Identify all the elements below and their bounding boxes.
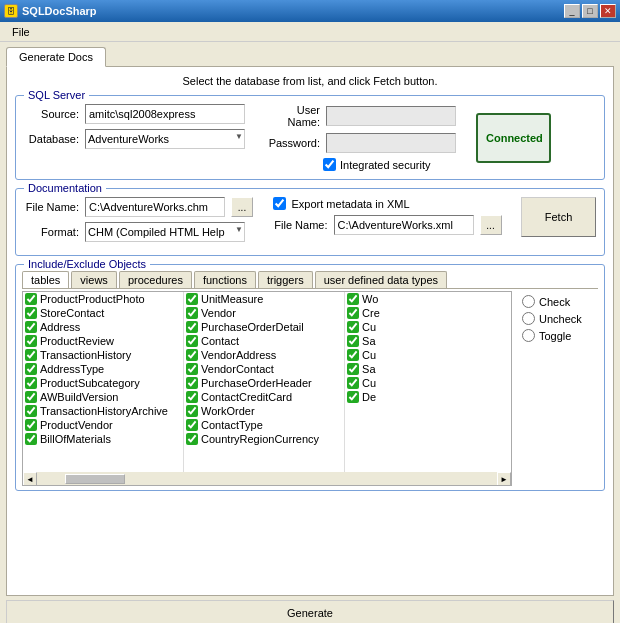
close-button[interactable]: ✕ <box>600 4 616 18</box>
source-input[interactable] <box>85 104 245 124</box>
col3: Wo Cre Cu Sa Cu Sa Cu De <box>345 292 506 472</box>
list-item: PurchaseOrderDetail <box>184 320 344 334</box>
list-item: ContactCreditCard <box>184 390 344 404</box>
window-title: SQLDocSharp <box>22 5 97 17</box>
title-bar: 🗄 SQLDocSharp _ □ ✕ <box>0 0 620 22</box>
list-item: Vendor <box>184 306 344 320</box>
sql-server-section: SQL Server Source: Database: AdventureWo… <box>15 95 605 180</box>
list-item: Cu <box>345 376 506 390</box>
radio-uncheck: Uncheck <box>522 312 594 325</box>
list-item: ProductProductPhoto <box>23 292 183 306</box>
generate-button[interactable]: Generate <box>6 600 614 623</box>
list-item: Cu <box>345 348 506 362</box>
doc-filename-input[interactable] <box>85 197 225 217</box>
col1: ProductProductPhoto StoreContact Address… <box>23 292 184 472</box>
doc-browse-button[interactable]: ... <box>231 197 253 217</box>
maximize-button[interactable]: □ <box>582 4 598 18</box>
radio-uncheck-label: Uncheck <box>539 313 582 325</box>
list-item: PurchaseOrderHeader <box>184 376 344 390</box>
list-item: CountryRegionCurrency <box>184 432 344 446</box>
list-item: Cre <box>345 306 506 320</box>
list-item: Wo <box>345 292 506 306</box>
list-item: TransactionHistory <box>23 348 183 362</box>
list-item: TransactionHistoryArchive <box>23 404 183 418</box>
tab-triggers[interactable]: triggers <box>258 271 313 288</box>
horizontal-scrollbar[interactable]: ◄ ► <box>23 472 511 486</box>
integrated-security-label: Integrated security <box>340 159 431 171</box>
format-select[interactable]: CHM (Compiled HTML Help <box>85 222 245 242</box>
xml-filename-input[interactable] <box>334 215 474 235</box>
list-item: ContactType <box>184 418 344 432</box>
documentation-label: Documentation <box>24 182 106 194</box>
list-item: ProductSubcategory <box>23 376 183 390</box>
tab-bar: Generate Docs <box>0 42 620 66</box>
database-label: Database: <box>24 133 79 145</box>
list-item: Address <box>23 320 183 334</box>
window-controls: _ □ ✕ <box>564 4 616 18</box>
tab-procedures[interactable]: procedures <box>119 271 192 288</box>
menu-file[interactable]: File <box>4 24 38 40</box>
radio-toggle: Toggle <box>522 329 594 342</box>
scroll-left-arrow[interactable]: ◄ <box>23 472 37 486</box>
col2: UnitMeasure Vendor PurchaseOrderDetail C… <box>184 292 345 472</box>
radio-check: Check <box>522 295 594 308</box>
scroll-thumb[interactable] <box>65 474 125 484</box>
list-item: De <box>345 390 506 404</box>
minimize-button[interactable]: _ <box>564 4 580 18</box>
list-item: StoreContact <box>23 306 183 320</box>
password-input[interactable] <box>326 133 456 153</box>
inner-tab-bar: tables views procedures functions trigge… <box>22 271 598 289</box>
username-label: User Name: <box>265 104 320 128</box>
objects-list: ProductProductPhoto StoreContact Address… <box>22 291 512 486</box>
include-exclude-label: Include/Exclude Objects <box>24 258 150 270</box>
xml-filename-label: File Name: <box>273 219 328 231</box>
list-item: UnitMeasure <box>184 292 344 306</box>
main-panel: Select the database from list, and click… <box>6 66 614 596</box>
list-item: ProductReview <box>23 334 183 348</box>
connected-button[interactable]: Connected <box>476 113 551 163</box>
list-item: BillOfMaterials <box>23 432 183 446</box>
instruction-text: Select the database from list, and click… <box>15 75 605 87</box>
radio-toggle-label: Toggle <box>539 330 571 342</box>
app-icon: 🗄 <box>4 4 18 18</box>
export-xml-label: Export metadata in XML <box>292 198 410 210</box>
list-item: AWBuildVersion <box>23 390 183 404</box>
list-item: Sa <box>345 334 506 348</box>
list-item: Contact <box>184 334 344 348</box>
tab-functions[interactable]: functions <box>194 271 256 288</box>
objects-columns: ProductProductPhoto StoreContact Address… <box>23 292 511 472</box>
tab-views[interactable]: views <box>71 271 117 288</box>
include-exclude-section: Include/Exclude Objects tables views pro… <box>15 264 605 491</box>
radio-check-label: Check <box>539 296 570 308</box>
list-item: ProductVendor <box>23 418 183 432</box>
documentation-section: Documentation File Name: ... Format: CHM… <box>15 188 605 256</box>
doc-filename-label: File Name: <box>24 201 79 213</box>
list-item: VendorAddress <box>184 348 344 362</box>
tab-user-defined[interactable]: user defined data types <box>315 271 447 288</box>
xml-browse-button[interactable]: ... <box>480 215 502 235</box>
list-item: WorkOrder <box>184 404 344 418</box>
scroll-right-arrow[interactable]: ► <box>497 472 511 486</box>
radio-group: Check Uncheck Toggle <box>518 291 598 486</box>
menu-bar: File <box>0 22 620 42</box>
password-label: Password: <box>265 137 320 149</box>
fetch-button[interactable]: Fetch <box>521 197 596 237</box>
list-item: VendorContact <box>184 362 344 376</box>
integrated-security-checkbox[interactable] <box>323 158 336 171</box>
tab-tables[interactable]: tables <box>22 271 69 288</box>
list-item: Cu <box>345 320 506 334</box>
username-input[interactable] <box>326 106 456 126</box>
tab-generate-docs[interactable]: Generate Docs <box>6 47 106 67</box>
export-xml-checkbox[interactable] <box>273 197 286 210</box>
sql-server-label: SQL Server <box>24 89 89 101</box>
database-select[interactable]: AdventureWorks <box>85 129 245 149</box>
list-item: Sa <box>345 362 506 376</box>
source-label: Source: <box>24 108 79 120</box>
format-label: Format: <box>24 226 79 238</box>
list-item: AddressType <box>23 362 183 376</box>
generate-bar: Generate <box>0 596 620 623</box>
